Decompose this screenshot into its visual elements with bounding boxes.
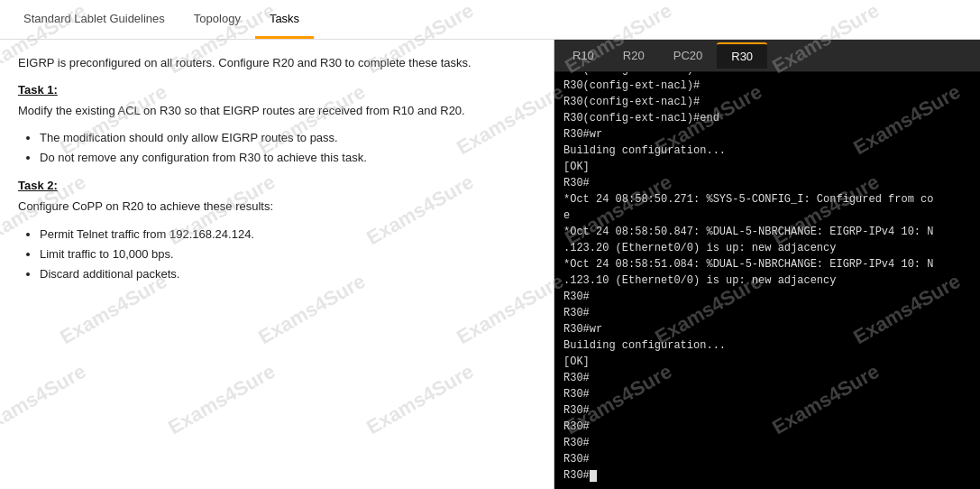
- terminal-line: R30#: [563, 175, 971, 191]
- terminal-line: *Oct 24 08:58:50.847: %DUAL-5-NBRCHANGE:…: [563, 224, 971, 240]
- terminal-line: Building configuration...: [563, 143, 971, 159]
- left-panel: EIGRP is preconfigured on all routers. C…: [0, 40, 554, 489]
- terminal-cursor: [590, 470, 597, 482]
- tab-standard-lablet-guidelines[interactable]: Standard Lablet Guidelines: [9, 1, 179, 39]
- tab-tasks[interactable]: Tasks: [255, 1, 314, 39]
- task2-bullet: Discard additional packets.: [40, 264, 536, 284]
- terminal-tab-r10[interactable]: R10: [558, 43, 609, 68]
- main-area: EIGRP is preconfigured on all routers. C…: [0, 40, 980, 489]
- terminal-tab-r20[interactable]: R20: [609, 43, 659, 68]
- terminal-line: [OK]: [563, 354, 971, 370]
- terminal-line: R30#: [563, 451, 971, 467]
- task1-heading: Task 1:: [18, 83, 536, 97]
- terminal-line: R30#: [563, 305, 971, 321]
- terminal-prompt-line: R30#: [563, 467, 971, 484]
- task2-bullets: Permit Telnet traffic from 192.168.24.12…: [40, 225, 536, 284]
- terminal-line: .123.10 (Ethernet0/0) is up: new adjacen…: [563, 272, 971, 289]
- terminal-line: R30#wr: [563, 126, 971, 143]
- terminal-line: .123.20 (Ethernet0/0) is up: new adjacen…: [563, 240, 971, 256]
- tab-bar: Standard Lablet GuidelinesTopologyTasks: [0, 0, 980, 40]
- terminal-line: e: [563, 208, 971, 224]
- terminal-line: R30#wr: [563, 321, 971, 337]
- task2-desc: Configure CoPP on R20 to achieve these r…: [18, 198, 536, 216]
- terminal-line: R30#: [563, 370, 971, 386]
- task2-bullet: Permit Telnet traffic from 192.168.24.12…: [40, 225, 536, 244]
- terminal-tab-pc20[interactable]: PC20: [659, 43, 718, 68]
- terminal-line: R30(config-ext-nacl)#end: [563, 110, 971, 126]
- task1-bullet: The modification should only allow EIGRP…: [40, 128, 536, 148]
- intro-text: EIGRP is preconfigured on all routers. C…: [18, 54, 536, 72]
- terminal-line: R30#: [563, 386, 971, 402]
- terminal-line: *Oct 24 08:58:50.271: %SYS-5-CONFIG_I: C…: [563, 191, 971, 208]
- tab-topology[interactable]: Topology: [179, 1, 255, 39]
- task1-bullets: The modification should only allow EIGRP…: [40, 128, 536, 168]
- terminal-tab-bar: R10R20PC20R30: [554, 40, 980, 72]
- task1-bullet: Do not remove any configuration from R30…: [40, 148, 536, 168]
- terminal-line: R30(config-ext-nacl)#: [563, 78, 971, 94]
- terminal-line: R30#: [563, 289, 971, 305]
- terminal-content[interactable]: R30(config-ext-nacl)#5 permit eigrp any …: [554, 72, 980, 489]
- right-panel: R10R20PC20R30 R30(config-ext-nacl)#5 per…: [554, 40, 980, 489]
- task2-bullet: Limit traffic to 10,000 bps.: [40, 244, 536, 264]
- terminal-line: Building configuration...: [563, 337, 971, 354]
- terminal-line: *Oct 24 08:58:51.084: %DUAL-5-NBRCHANGE:…: [563, 256, 971, 272]
- terminal-tab-r30[interactable]: R30: [717, 42, 767, 69]
- task2-heading: Task 2:: [18, 179, 536, 192]
- terminal-line: R30#: [563, 419, 971, 435]
- terminal-line: R30(config-ext-nacl)#: [563, 94, 971, 110]
- terminal-line: R30#: [563, 435, 971, 451]
- task1-desc: Modify the existing ACL on R30 so that E…: [18, 102, 536, 120]
- terminal-line: [OK]: [563, 159, 971, 175]
- terminal-line: R30#: [563, 402, 971, 419]
